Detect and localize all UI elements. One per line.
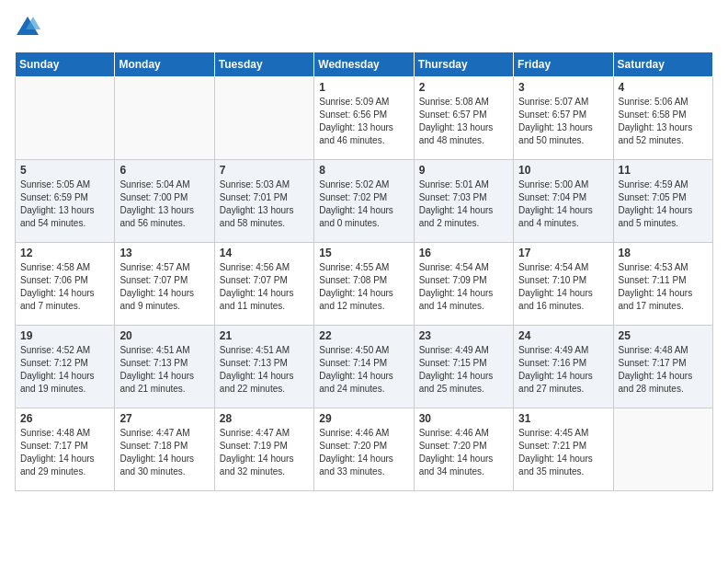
day-number: 14 <box>220 247 309 259</box>
day-info: Sunrise: 5:04 AM Sunset: 7:00 PM Dayligh… <box>119 178 209 230</box>
day-number: 21 <box>220 329 309 342</box>
day-number: 16 <box>419 247 508 259</box>
day-number: 11 <box>619 164 708 177</box>
day-number: 29 <box>319 412 408 425</box>
day-number: 4 <box>619 81 708 94</box>
day-info: Sunrise: 4:56 AM Sunset: 7:07 PM Dayligh… <box>220 261 309 313</box>
day-number: 25 <box>619 329 708 342</box>
calendar-cell: 5Sunrise: 5:05 AM Sunset: 6:59 PM Daylig… <box>16 160 115 243</box>
calendar-cell: 13Sunrise: 4:57 AM Sunset: 7:07 PM Dayli… <box>115 243 214 326</box>
calendar-cell: 22Sunrise: 4:50 AM Sunset: 7:14 PM Dayli… <box>314 326 414 408</box>
calendar-cell: 3Sunrise: 5:07 AM Sunset: 6:57 PM Daylig… <box>514 77 613 160</box>
calendar-cell: 27Sunrise: 4:47 AM Sunset: 7:18 PM Dayli… <box>115 408 214 491</box>
header-day: Thursday <box>414 52 513 77</box>
day-info: Sunrise: 5:08 AM Sunset: 6:57 PM Dayligh… <box>419 96 508 147</box>
day-info: Sunrise: 4:49 AM Sunset: 7:16 PM Dayligh… <box>518 344 608 396</box>
calendar-cell: 20Sunrise: 4:51 AM Sunset: 7:13 PM Dayli… <box>115 326 214 408</box>
day-info: Sunrise: 4:46 AM Sunset: 7:20 PM Dayligh… <box>419 427 508 478</box>
calendar-cell <box>16 77 115 160</box>
day-info: Sunrise: 4:49 AM Sunset: 7:15 PM Dayligh… <box>419 344 508 396</box>
day-number: 30 <box>419 412 508 425</box>
day-number: 31 <box>518 412 608 425</box>
calendar-cell: 29Sunrise: 4:46 AM Sunset: 7:20 PM Dayli… <box>314 408 414 491</box>
day-info: Sunrise: 4:50 AM Sunset: 7:14 PM Dayligh… <box>319 344 408 396</box>
calendar-cell: 26Sunrise: 4:48 AM Sunset: 7:17 PM Dayli… <box>16 408 115 491</box>
calendar-cell: 14Sunrise: 4:56 AM Sunset: 7:07 PM Dayli… <box>214 243 313 326</box>
day-number: 26 <box>20 412 109 425</box>
header-day: Sunday <box>16 52 115 77</box>
calendar-cell: 16Sunrise: 4:54 AM Sunset: 7:09 PM Dayli… <box>414 243 513 326</box>
calendar-cell: 17Sunrise: 4:54 AM Sunset: 7:10 PM Dayli… <box>514 243 613 326</box>
page-header <box>15 15 713 40</box>
day-info: Sunrise: 4:54 AM Sunset: 7:09 PM Dayligh… <box>419 261 508 313</box>
day-info: Sunrise: 4:47 AM Sunset: 7:19 PM Dayligh… <box>220 427 309 478</box>
calendar-cell: 18Sunrise: 4:53 AM Sunset: 7:11 PM Dayli… <box>613 243 712 326</box>
header-day: Friday <box>514 52 613 77</box>
day-info: Sunrise: 4:54 AM Sunset: 7:10 PM Dayligh… <box>518 261 608 313</box>
calendar-cell: 1Sunrise: 5:09 AM Sunset: 6:56 PM Daylig… <box>314 77 414 160</box>
day-number: 20 <box>119 329 209 342</box>
calendar-cell <box>115 77 214 160</box>
day-number: 3 <box>518 81 608 94</box>
day-number: 10 <box>518 164 608 177</box>
calendar-week-row: 1Sunrise: 5:09 AM Sunset: 6:56 PM Daylig… <box>16 77 713 160</box>
calendar-cell: 23Sunrise: 4:49 AM Sunset: 7:15 PM Dayli… <box>414 326 513 408</box>
day-number: 1 <box>319 81 408 94</box>
day-info: Sunrise: 4:47 AM Sunset: 7:18 PM Dayligh… <box>119 427 209 478</box>
day-number: 6 <box>119 164 209 177</box>
day-info: Sunrise: 4:52 AM Sunset: 7:12 PM Dayligh… <box>20 344 109 396</box>
calendar-cell: 31Sunrise: 4:45 AM Sunset: 7:21 PM Dayli… <box>514 408 613 491</box>
calendar-cell: 21Sunrise: 4:51 AM Sunset: 7:13 PM Dayli… <box>214 326 313 408</box>
calendar-cell <box>214 77 313 160</box>
calendar-week-row: 19Sunrise: 4:52 AM Sunset: 7:12 PM Dayli… <box>16 326 713 408</box>
calendar-cell: 4Sunrise: 5:06 AM Sunset: 6:58 PM Daylig… <box>613 77 712 160</box>
day-info: Sunrise: 5:03 AM Sunset: 7:01 PM Dayligh… <box>220 178 309 230</box>
day-info: Sunrise: 4:48 AM Sunset: 7:17 PM Dayligh… <box>619 344 708 396</box>
calendar-cell: 7Sunrise: 5:03 AM Sunset: 7:01 PM Daylig… <box>214 160 313 243</box>
day-info: Sunrise: 5:05 AM Sunset: 6:59 PM Dayligh… <box>20 178 109 230</box>
day-number: 8 <box>319 164 408 177</box>
calendar-cell: 15Sunrise: 4:55 AM Sunset: 7:08 PM Dayli… <box>314 243 414 326</box>
calendar-cell: 30Sunrise: 4:46 AM Sunset: 7:20 PM Dayli… <box>414 408 513 491</box>
logo-icon <box>15 15 40 40</box>
day-info: Sunrise: 5:01 AM Sunset: 7:03 PM Dayligh… <box>419 178 508 230</box>
day-number: 23 <box>419 329 508 342</box>
calendar-week-row: 5Sunrise: 5:05 AM Sunset: 6:59 PM Daylig… <box>16 160 713 243</box>
header-day: Tuesday <box>214 52 313 77</box>
day-info: Sunrise: 5:06 AM Sunset: 6:58 PM Dayligh… <box>619 96 708 147</box>
calendar-week-row: 26Sunrise: 4:48 AM Sunset: 7:17 PM Dayli… <box>16 408 713 491</box>
calendar-cell: 19Sunrise: 4:52 AM Sunset: 7:12 PM Dayli… <box>16 326 115 408</box>
calendar-cell: 11Sunrise: 4:59 AM Sunset: 7:05 PM Dayli… <box>613 160 712 243</box>
day-number: 2 <box>419 81 508 94</box>
day-number: 18 <box>619 247 708 259</box>
calendar-week-row: 12Sunrise: 4:58 AM Sunset: 7:06 PM Dayli… <box>16 243 713 326</box>
day-number: 24 <box>518 329 608 342</box>
day-number: 12 <box>20 247 109 259</box>
day-number: 9 <box>419 164 508 177</box>
header-day: Saturday <box>613 52 712 77</box>
calendar-cell: 12Sunrise: 4:58 AM Sunset: 7:06 PM Dayli… <box>16 243 115 326</box>
calendar-header-row: SundayMondayTuesdayWednesdayThursdayFrid… <box>16 52 713 77</box>
day-info: Sunrise: 4:46 AM Sunset: 7:20 PM Dayligh… <box>319 427 408 478</box>
day-number: 13 <box>119 247 209 259</box>
day-info: Sunrise: 4:57 AM Sunset: 7:07 PM Dayligh… <box>119 261 209 313</box>
day-number: 22 <box>319 329 408 342</box>
day-info: Sunrise: 5:00 AM Sunset: 7:04 PM Dayligh… <box>518 178 608 230</box>
header-day: Monday <box>115 52 214 77</box>
calendar-cell: 28Sunrise: 4:47 AM Sunset: 7:19 PM Dayli… <box>214 408 313 491</box>
day-info: Sunrise: 5:07 AM Sunset: 6:57 PM Dayligh… <box>518 96 608 147</box>
calendar-cell: 10Sunrise: 5:00 AM Sunset: 7:04 PM Dayli… <box>514 160 613 243</box>
day-info: Sunrise: 5:02 AM Sunset: 7:02 PM Dayligh… <box>319 178 408 230</box>
calendar-cell: 6Sunrise: 5:04 AM Sunset: 7:00 PM Daylig… <box>115 160 214 243</box>
day-number: 7 <box>220 164 309 177</box>
logo <box>15 15 44 40</box>
header-day: Wednesday <box>314 52 414 77</box>
day-number: 15 <box>319 247 408 259</box>
day-info: Sunrise: 4:48 AM Sunset: 7:17 PM Dayligh… <box>20 427 109 478</box>
day-info: Sunrise: 4:59 AM Sunset: 7:05 PM Dayligh… <box>619 178 708 230</box>
day-number: 19 <box>20 329 109 342</box>
day-info: Sunrise: 4:53 AM Sunset: 7:11 PM Dayligh… <box>619 261 708 313</box>
calendar-cell: 24Sunrise: 4:49 AM Sunset: 7:16 PM Dayli… <box>514 326 613 408</box>
day-info: Sunrise: 4:58 AM Sunset: 7:06 PM Dayligh… <box>20 261 109 313</box>
calendar-cell: 9Sunrise: 5:01 AM Sunset: 7:03 PM Daylig… <box>414 160 513 243</box>
